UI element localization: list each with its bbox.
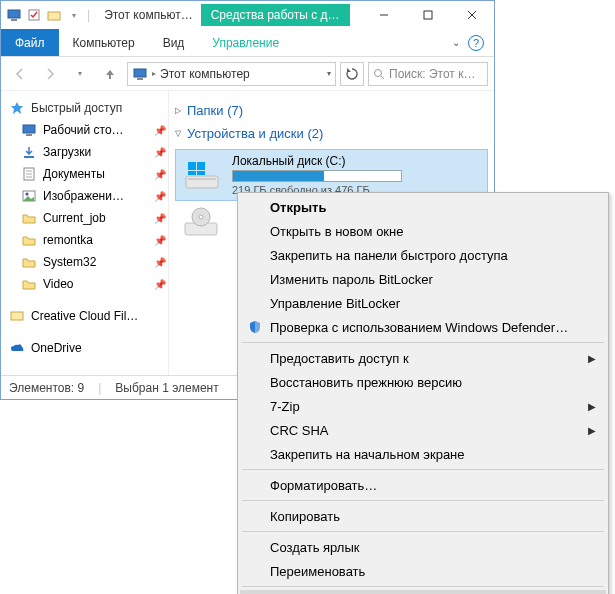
context-shortcut-label: Создать ярлык bbox=[270, 540, 359, 555]
desktop-icon bbox=[21, 122, 37, 138]
tab-computer[interactable]: Компьютер bbox=[59, 29, 149, 56]
drive-info: Локальный диск (C:) 219 ГБ свободно из 4… bbox=[232, 154, 402, 196]
context-copy[interactable]: Копировать bbox=[240, 504, 606, 528]
svg-line-11 bbox=[381, 76, 384, 79]
context-manage-bitlocker[interactable]: Управление BitLocker bbox=[240, 291, 606, 315]
nav-quick-access[interactable]: Быстрый доступ bbox=[7, 97, 168, 119]
context-crcsha-label: CRC SHA bbox=[270, 423, 329, 438]
nav-item-label: Изображени… bbox=[43, 189, 148, 203]
svg-rect-14 bbox=[24, 156, 34, 158]
svg-rect-12 bbox=[23, 125, 35, 133]
tab-view[interactable]: Вид bbox=[149, 29, 199, 56]
close-button[interactable] bbox=[450, 1, 494, 29]
pin-icon: 📌 bbox=[154, 147, 166, 158]
search-placeholder: Поиск: Этот к… bbox=[389, 67, 475, 81]
expand-icon: ▷ bbox=[175, 106, 181, 115]
context-open-label: Открыть bbox=[270, 200, 326, 215]
nav-item-system32[interactable]: System32📌 bbox=[7, 251, 168, 273]
nav-item-downloads[interactable]: Загрузки📌 bbox=[7, 141, 168, 163]
context-menu: Открыть Открыть в новом окне Закрепить н… bbox=[237, 192, 609, 594]
creative-cloud-icon bbox=[9, 308, 25, 324]
context-7zip-label: 7-Zip bbox=[270, 399, 300, 414]
svg-point-30 bbox=[199, 215, 203, 219]
context-separator bbox=[242, 500, 604, 501]
context-manage-bitlocker-label: Управление BitLocker bbox=[270, 296, 400, 311]
status-elements: Элементов: 9 bbox=[9, 381, 84, 395]
devices-section-label: Устройства и диски (2) bbox=[187, 126, 323, 141]
tab-file[interactable]: Файл bbox=[1, 29, 59, 56]
maximize-button[interactable] bbox=[406, 1, 450, 29]
nav-item-label: Video bbox=[43, 277, 148, 291]
address-dropdown-icon[interactable]: ▾ bbox=[327, 69, 331, 78]
up-button[interactable] bbox=[97, 61, 123, 87]
nav-item-label: Рабочий сто… bbox=[43, 123, 148, 137]
back-button[interactable] bbox=[7, 61, 33, 87]
context-change-bitlocker[interactable]: Изменить пароль BitLocker bbox=[240, 267, 606, 291]
svg-rect-3 bbox=[48, 12, 60, 20]
onedrive-icon bbox=[9, 340, 25, 356]
context-restore-previous[interactable]: Восстановить прежнюю версию bbox=[240, 370, 606, 394]
context-rename[interactable]: Переименовать bbox=[240, 559, 606, 583]
address-bar[interactable]: ▸ Этот компьютер ▾ bbox=[127, 62, 336, 86]
svg-rect-5 bbox=[424, 11, 432, 19]
breadcrumb-location[interactable]: Этот компьютер bbox=[160, 67, 250, 81]
drive-icon bbox=[182, 158, 222, 192]
svg-rect-1 bbox=[11, 19, 17, 21]
pin-icon: 📌 bbox=[154, 235, 166, 246]
tab-management[interactable]: Управление bbox=[198, 29, 293, 56]
help-button[interactable]: ? bbox=[468, 35, 484, 51]
breadcrumb-separator[interactable]: ▸ bbox=[152, 69, 156, 78]
collapse-icon: ▽ bbox=[175, 129, 181, 138]
context-7zip[interactable]: 7-Zip▶ bbox=[240, 394, 606, 418]
pin-icon: 📌 bbox=[154, 257, 166, 268]
submenu-arrow-icon: ▶ bbox=[588, 401, 596, 412]
context-separator bbox=[242, 469, 604, 470]
context-create-shortcut[interactable]: Создать ярлык bbox=[240, 535, 606, 559]
context-pin-quick-access[interactable]: Закрепить на панели быстрого доступа bbox=[240, 243, 606, 267]
folders-section-header[interactable]: ▷ Папки (7) bbox=[175, 103, 488, 118]
recent-dropdown[interactable]: ▾ bbox=[67, 61, 93, 87]
nav-item-pictures[interactable]: Изображени…📌 bbox=[7, 185, 168, 207]
svg-rect-24 bbox=[188, 162, 196, 170]
svg-rect-0 bbox=[8, 10, 20, 18]
nav-item-documents[interactable]: Документы📌 bbox=[7, 163, 168, 185]
pictures-icon bbox=[21, 188, 37, 204]
forward-button[interactable] bbox=[37, 61, 63, 87]
nav-item-label: Загрузки bbox=[43, 145, 148, 159]
context-windows-defender[interactable]: Проверка с использованием Windows Defend… bbox=[240, 315, 606, 339]
refresh-button[interactable] bbox=[340, 62, 364, 86]
nav-item-current-job[interactable]: Current_job📌 bbox=[7, 207, 168, 229]
context-open-new-window[interactable]: Открыть в новом окне bbox=[240, 219, 606, 243]
nav-item-desktop[interactable]: Рабочий сто…📌 bbox=[7, 119, 168, 141]
nav-item-label: System32 bbox=[43, 255, 148, 269]
svg-rect-13 bbox=[26, 134, 32, 136]
search-box[interactable]: Поиск: Этот к… bbox=[368, 62, 488, 86]
context-rename-label: Переименовать bbox=[270, 564, 365, 579]
context-crc-sha[interactable]: CRC SHA▶ bbox=[240, 418, 606, 442]
nav-creative-cloud[interactable]: Creative Cloud Fil… bbox=[7, 305, 168, 327]
nav-onedrive[interactable]: OneDrive bbox=[7, 337, 168, 359]
window-title: Этот компьют… bbox=[96, 8, 201, 22]
context-pin-start[interactable]: Закрепить на начальном экране bbox=[240, 442, 606, 466]
submenu-arrow-icon: ▶ bbox=[588, 353, 596, 364]
folder-icon bbox=[21, 276, 37, 292]
qat-dropdown-icon[interactable]: ▾ bbox=[65, 6, 83, 24]
this-pc-icon bbox=[5, 6, 23, 24]
new-folder-qat-icon[interactable] bbox=[45, 6, 63, 24]
svg-rect-22 bbox=[186, 176, 218, 188]
search-icon bbox=[373, 68, 385, 80]
nav-item-video[interactable]: Video📌 bbox=[7, 273, 168, 295]
minimize-button[interactable] bbox=[362, 1, 406, 29]
nav-item-remontka[interactable]: remontka📌 bbox=[7, 229, 168, 251]
navigation-pane: Быстрый доступ Рабочий сто…📌Загрузки📌Док… bbox=[1, 91, 169, 375]
devices-section-header[interactable]: ▽ Устройства и диски (2) bbox=[175, 126, 488, 141]
context-format[interactable]: Форматировать… bbox=[240, 473, 606, 497]
context-open[interactable]: Открыть bbox=[240, 195, 606, 219]
properties-qat-icon[interactable] bbox=[25, 6, 43, 24]
svg-point-10 bbox=[375, 69, 382, 76]
context-pin-start-label: Закрепить на начальном экране bbox=[270, 447, 465, 462]
contextual-tab-header: Средства работы с д… bbox=[201, 4, 350, 26]
ribbon-expand-icon[interactable]: ⌄ bbox=[452, 37, 460, 48]
context-properties[interactable]: Свойства bbox=[240, 590, 606, 594]
context-share-access[interactable]: Предоставить доступ к▶ bbox=[240, 346, 606, 370]
